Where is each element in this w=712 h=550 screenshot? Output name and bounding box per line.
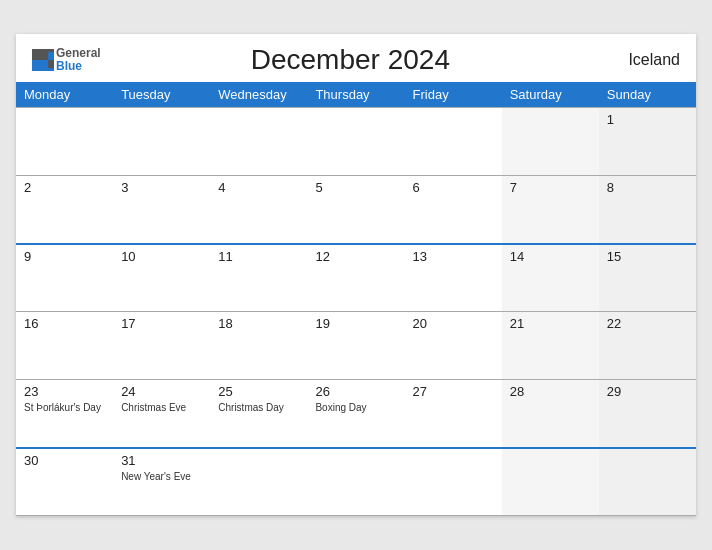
- calendar-day-cell: 27: [405, 380, 502, 448]
- calendar-table: MondayTuesdayWednesdayThursdayFridaySatu…: [16, 82, 696, 516]
- calendar-day-cell: 13: [405, 244, 502, 312]
- calendar-day-cell: 10: [113, 244, 210, 312]
- holiday-label: New Year's Eve: [121, 470, 202, 483]
- day-number: 1: [607, 112, 688, 127]
- day-number: 20: [413, 316, 494, 331]
- calendar-week-row: 3031New Year's Eve: [16, 448, 696, 516]
- day-number: 27: [413, 384, 494, 399]
- day-number: 3: [121, 180, 202, 195]
- day-number: 29: [607, 384, 688, 399]
- day-number: 5: [315, 180, 396, 195]
- holiday-label: Boxing Day: [315, 401, 396, 414]
- day-number: 16: [24, 316, 105, 331]
- calendar-day-cell: 8: [599, 176, 696, 244]
- weekday-header-sunday: Sunday: [599, 82, 696, 108]
- calendar-day-cell: [307, 108, 404, 176]
- day-number: 31: [121, 453, 202, 468]
- day-number: 18: [218, 316, 299, 331]
- calendar-day-cell: 7: [502, 176, 599, 244]
- calendar-day-cell: 31New Year's Eve: [113, 448, 210, 516]
- weekday-header-thursday: Thursday: [307, 82, 404, 108]
- calendar-day-cell: 9: [16, 244, 113, 312]
- calendar-day-cell: 16: [16, 312, 113, 380]
- logo: General Blue: [32, 47, 101, 73]
- weekday-header-saturday: Saturday: [502, 82, 599, 108]
- weekday-header-friday: Friday: [405, 82, 502, 108]
- calendar-day-cell: 20: [405, 312, 502, 380]
- calendar-day-cell: 17: [113, 312, 210, 380]
- day-number: 21: [510, 316, 591, 331]
- svg-marker-2: [48, 52, 54, 60]
- holiday-label: Christmas Eve: [121, 401, 202, 414]
- calendar-week-row: 9101112131415: [16, 244, 696, 312]
- day-number: 13: [413, 249, 494, 264]
- calendar-header: General Blue December 2024 Iceland: [16, 34, 696, 82]
- calendar-day-cell: 26Boxing Day: [307, 380, 404, 448]
- calendar-week-row: 16171819202122: [16, 312, 696, 380]
- calendar-day-cell: [502, 108, 599, 176]
- day-number: 30: [24, 453, 105, 468]
- calendar-day-cell: 3: [113, 176, 210, 244]
- calendar-day-cell: [405, 448, 502, 516]
- calendar-day-cell: [113, 108, 210, 176]
- calendar-day-cell: 30: [16, 448, 113, 516]
- day-number: 4: [218, 180, 299, 195]
- weekday-header-wednesday: Wednesday: [210, 82, 307, 108]
- calendar-day-cell: 5: [307, 176, 404, 244]
- calendar-day-cell: [210, 448, 307, 516]
- calendar-day-cell: 15: [599, 244, 696, 312]
- holiday-label: Christmas Day: [218, 401, 299, 414]
- weekday-header-row: MondayTuesdayWednesdayThursdayFridaySatu…: [16, 82, 696, 108]
- calendar-country: Iceland: [600, 51, 680, 69]
- calendar-day-cell: 18: [210, 312, 307, 380]
- day-number: 12: [315, 249, 396, 264]
- calendar-title: December 2024: [101, 44, 600, 76]
- calendar-day-cell: 21: [502, 312, 599, 380]
- calendar-day-cell: 23St Þorlákur's Day: [16, 380, 113, 448]
- calendar-day-cell: 28: [502, 380, 599, 448]
- calendar-day-cell: 12: [307, 244, 404, 312]
- calendar-day-cell: 2: [16, 176, 113, 244]
- day-number: 24: [121, 384, 202, 399]
- calendar-week-row: 23St Þorlákur's Day24Christmas Eve25Chri…: [16, 380, 696, 448]
- calendar-day-cell: 22: [599, 312, 696, 380]
- calendar-day-cell: [502, 448, 599, 516]
- day-number: 8: [607, 180, 688, 195]
- day-number: 15: [607, 249, 688, 264]
- calendar-day-cell: [599, 448, 696, 516]
- calendar-week-row: 1: [16, 108, 696, 176]
- calendar-day-cell: 14: [502, 244, 599, 312]
- day-number: 9: [24, 249, 105, 264]
- calendar-day-cell: 4: [210, 176, 307, 244]
- calendar-day-cell: 1: [599, 108, 696, 176]
- calendar-day-cell: 19: [307, 312, 404, 380]
- day-number: 22: [607, 316, 688, 331]
- calendar-day-cell: [210, 108, 307, 176]
- calendar-day-cell: 6: [405, 176, 502, 244]
- weekday-header-tuesday: Tuesday: [113, 82, 210, 108]
- logo-blue-text: Blue: [56, 60, 101, 73]
- day-number: 23: [24, 384, 105, 399]
- calendar-day-cell: 29: [599, 380, 696, 448]
- day-number: 10: [121, 249, 202, 264]
- calendar: General Blue December 2024 Iceland Monda…: [16, 34, 696, 516]
- calendar-day-cell: 11: [210, 244, 307, 312]
- calendar-day-cell: [405, 108, 502, 176]
- day-number: 25: [218, 384, 299, 399]
- day-number: 19: [315, 316, 396, 331]
- day-number: 7: [510, 180, 591, 195]
- calendar-day-cell: 24Christmas Eve: [113, 380, 210, 448]
- day-number: 11: [218, 249, 299, 264]
- calendar-day-cell: [307, 448, 404, 516]
- holiday-label: St Þorlákur's Day: [24, 401, 105, 414]
- weekday-header-monday: Monday: [16, 82, 113, 108]
- day-number: 26: [315, 384, 396, 399]
- calendar-day-cell: [16, 108, 113, 176]
- svg-marker-3: [48, 60, 54, 68]
- day-number: 2: [24, 180, 105, 195]
- calendar-day-cell: 25Christmas Day: [210, 380, 307, 448]
- day-number: 6: [413, 180, 494, 195]
- calendar-week-row: 2345678: [16, 176, 696, 244]
- day-number: 14: [510, 249, 591, 264]
- day-number: 17: [121, 316, 202, 331]
